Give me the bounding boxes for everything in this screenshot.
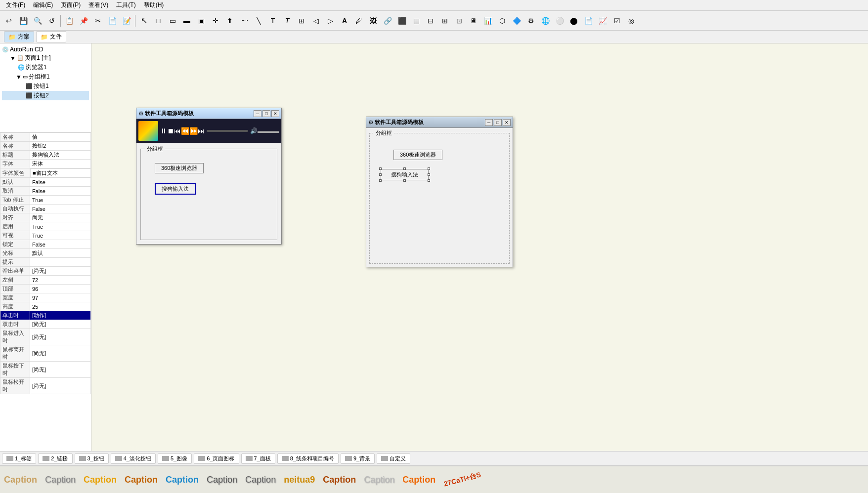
menu-page[interactable]: 页面(P): [57, 0, 85, 10]
toolbar-btn-refresh[interactable]: ↺: [45, 14, 59, 28]
bottom-tab-5[interactable]: 6_页面图标: [194, 453, 239, 464]
caption-item-6[interactable]: Caption: [245, 475, 276, 485]
prop-value-9[interactable]: True: [30, 222, 91, 231]
prop-value-4[interactable]: False: [30, 178, 91, 187]
media-stop-btn[interactable]: ⏹: [167, 127, 174, 135]
close-btn-2[interactable]: ✕: [503, 119, 511, 126]
toolbar-btn-link[interactable]: 🔗: [381, 14, 394, 28]
media-rew-btn[interactable]: ⏪: [181, 127, 189, 135]
toggle-icon-2[interactable]: ▼: [16, 74, 22, 81]
maximize-btn-1[interactable]: □: [262, 110, 270, 117]
caption-item-9[interactable]: Caption: [364, 475, 394, 485]
bottom-tab-4[interactable]: 5_图像: [158, 453, 192, 464]
sim-btn-sougou-2[interactable]: 搜狗输入法: [381, 169, 429, 180]
toolbar-btn-table[interactable]: ⊞: [295, 14, 308, 28]
handle-tm[interactable]: [403, 167, 406, 170]
toolbar-btn-more11[interactable]: 🌐: [538, 14, 552, 28]
tree-groupbox1[interactable]: ▼ ▭ 分组框1: [2, 72, 89, 82]
toolbar-btn-search[interactable]: 🔍: [31, 14, 44, 28]
minimize-btn-2[interactable]: ─: [485, 119, 493, 126]
toolbar-btn-more2[interactable]: ▦: [409, 14, 423, 28]
caption-item-2[interactable]: Caption: [84, 475, 117, 485]
caption-item-0[interactable]: Caption: [4, 475, 37, 485]
toolbar-btn-t[interactable]: 🖊: [352, 14, 366, 28]
maximize-btn-2[interactable]: □: [494, 119, 502, 126]
tab-file[interactable]: 📁 文件: [36, 31, 66, 42]
caption-item-11[interactable]: 27CaTi+台S: [443, 475, 481, 484]
tree-page1[interactable]: ▼ 📋 页面1 [主]: [2, 53, 89, 63]
toolbar-btn-img[interactable]: 🖼: [366, 14, 380, 28]
menu-file[interactable]: 文件(F): [2, 0, 29, 10]
handle-bm[interactable]: [403, 179, 406, 182]
toolbar-btn-rect[interactable]: □: [151, 14, 165, 28]
toolbar-btn-more3[interactable]: ⊟: [424, 14, 437, 28]
tab-project[interactable]: 📁 方案: [4, 31, 34, 42]
toolbar-btn-paste[interactable]: 📌: [77, 14, 90, 28]
toolbar-btn-1[interactable]: ↩: [2, 14, 16, 28]
sim-btn-browser-1[interactable]: 360极速浏览器: [155, 163, 204, 173]
toolbar-btn-fwd[interactable]: ▷: [323, 14, 337, 28]
toolbar-btn-back[interactable]: ◁: [309, 14, 323, 28]
prop-value-0[interactable]: 按钮2: [30, 142, 91, 151]
toolbar-btn-a[interactable]: A: [338, 14, 351, 28]
toolbar-btn-more17[interactable]: ◎: [624, 14, 638, 28]
toolbar-btn-more14[interactable]: 📄: [581, 14, 595, 28]
prop-value-11[interactable]: False: [30, 240, 91, 249]
toolbar-btn-line[interactable]: ╲: [252, 14, 265, 28]
toolbar-btn-rounded-rect[interactable]: ▭: [166, 14, 179, 28]
toolbar-btn-shape1[interactable]: ▬: [180, 14, 194, 28]
toolbar-btn-copy[interactable]: 📋: [62, 14, 76, 28]
bottom-tab-3[interactable]: 4_淡化按钮: [111, 453, 156, 464]
caption-item-5[interactable]: Caption: [207, 475, 237, 485]
caption-item-3[interactable]: Caption: [125, 475, 158, 485]
handle-ml[interactable]: [379, 173, 382, 176]
canvas-area[interactable]: ⚙ 软件工具箱源码模板 ─ □ ✕ ⏸ ⏹ ⏮ ⏪ ⏩ ⏭ 🔊 ▬▬▬▬: [91, 43, 868, 451]
prop-value-24[interactable]: [尚无]: [30, 378, 91, 394]
toolbar-btn-more12[interactable]: ⚪: [553, 14, 566, 28]
prop-value-17[interactable]: 97: [30, 293, 91, 302]
toolbar-btn-more10[interactable]: ⚙: [524, 14, 538, 28]
prop-value-21[interactable]: [尚无]: [30, 329, 91, 345]
tree-browser1[interactable]: 🌐 浏览器1: [2, 63, 89, 72]
caption-item-1[interactable]: Caption: [45, 475, 76, 485]
toolbar-btn-more1[interactable]: ⬛: [395, 14, 409, 28]
bottom-tab-6[interactable]: 7_面板: [241, 453, 275, 464]
bottom-tab-7[interactable]: 8_线条和项目编号: [277, 453, 339, 464]
toolbar-btn-shape2[interactable]: ▣: [194, 14, 208, 28]
prop-value-16[interactable]: 96: [30, 285, 91, 293]
toolbar-btn-more4[interactable]: ⊞: [438, 14, 452, 28]
prop-value-15[interactable]: 72: [30, 276, 91, 285]
prop-value-10[interactable]: True: [30, 231, 91, 240]
toolbar-btn-text[interactable]: T: [266, 14, 280, 28]
prop-value-5[interactable]: False: [30, 187, 91, 196]
prop-value-1[interactable]: 搜狗输入法: [30, 151, 91, 160]
toolbar-btn-cursor[interactable]: ↖: [137, 14, 151, 28]
prop-value-6[interactable]: True: [30, 196, 91, 205]
menu-tools[interactable]: 工具(T): [112, 0, 139, 10]
toolbar-btn-more6[interactable]: 🖥: [467, 14, 480, 28]
handle-mr[interactable]: [428, 173, 430, 176]
minimize-btn-1[interactable]: ─: [254, 110, 261, 117]
media-prev-btn[interactable]: ⏮: [174, 127, 181, 135]
toolbar-btn-more9[interactable]: 🔷: [510, 14, 523, 28]
caption-item-4[interactable]: Caption: [166, 475, 199, 485]
caption-item-8[interactable]: Caption: [323, 475, 356, 485]
toolbar-btn-more15[interactable]: 📈: [596, 14, 609, 28]
toggle-icon[interactable]: ▼: [10, 55, 16, 62]
prop-value-20[interactable]: [尚无]: [30, 320, 91, 329]
toolbar-btn-docx[interactable]: 📝: [120, 14, 133, 28]
toolbar-btn-more7[interactable]: 📊: [481, 14, 495, 28]
bottom-tab-1[interactable]: 2_链接: [38, 453, 72, 464]
toolbar-btn-more16[interactable]: ☑: [610, 14, 624, 28]
toolbar-btn-doc[interactable]: 📄: [105, 14, 119, 28]
prop-value-3[interactable]: ■窗口文本: [30, 168, 91, 177]
toolbar-btn-curve[interactable]: 〰: [237, 14, 251, 28]
media-fwd-btn[interactable]: ⏩: [189, 127, 198, 135]
tree-btn2[interactable]: ⬛ 按钮2: [2, 91, 89, 100]
menu-view[interactable]: 查看(V): [85, 0, 112, 10]
prop-value-7[interactable]: False: [30, 205, 91, 213]
prop-value-14[interactable]: [尚无]: [30, 267, 91, 276]
bottom-tab-0[interactable]: 1_标签: [2, 453, 36, 464]
media-volume-icon[interactable]: 🔊: [250, 127, 258, 134]
prop-value-2[interactable]: 宋体: [30, 160, 91, 168]
